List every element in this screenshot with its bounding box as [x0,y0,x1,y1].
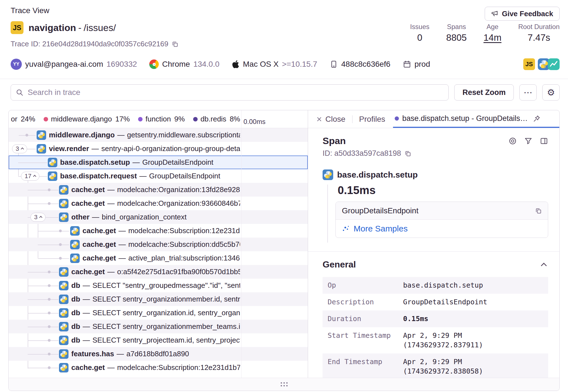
stat-spans: Spans 8805 [446,23,467,43]
span-tree: middleware.django—getsentry.middleware.s… [9,128,308,378]
tree-node-dot [48,366,51,369]
expand-badge[interactable]: 17 [21,172,39,181]
tab-profiles[interactable]: Profiles [359,115,385,124]
settings-button[interactable]: ⚙ [542,84,560,101]
reset-zoom-button[interactable]: Reset Zoom [454,84,514,101]
user-email: yuval@pangea-ai.com [25,60,103,69]
drawer-resize-bar [9,378,559,391]
span-actions [508,137,548,145]
span-row[interactable]: cache.get—modelcache:Organization:936608… [9,197,308,210]
filter-funnel-icon[interactable] [524,137,532,145]
avatar: YY [11,59,22,70]
python-icon [37,144,46,154]
span-row[interactable]: db—SELECT sentry_organization.id, sentry… [9,306,308,320]
samples-scatter-icon [342,225,350,233]
span-detail-body: Span [308,128,559,378]
chevron-up-icon [33,175,36,178]
section-divider [308,251,559,252]
tree-node-dot [25,134,28,137]
python-icon [59,295,68,304]
apple-icon [232,60,240,69]
span-row[interactable]: middleware.django—getsentry.middleware.s… [9,128,308,142]
span-description-card: GroupDetailsEndpoint More Samples [335,202,548,238]
table-row: Start Timestamp Apr 2, 9:29 PM(174362937… [323,327,548,353]
chrome-icon [149,59,159,69]
span-row[interactable]: cache.get—modelcache:Subscription:12e231… [9,224,308,238]
tab-divider [352,115,352,123]
python-icon [323,169,333,180]
tree-node-dot [48,202,51,205]
expand-badge[interactable]: 3 [30,213,46,222]
trace-stats: Issues 0 Spans 8805 Age 14m Root Duratio… [410,23,560,43]
span-row[interactable]: 17 base.dispatch.request—GroupDetailsEnd… [9,169,308,183]
span-row[interactable]: features.has—a7d618b8df01a890 [9,347,308,361]
general-table: Op base.dispatch.setup Description Group… [323,277,548,378]
copy-icon[interactable] [535,207,542,214]
more-samples-link[interactable]: More Samples [354,224,408,233]
stat-age: Age 14m [484,23,501,43]
legend-item[interactable]: or 24% [11,115,35,123]
focus-target-icon[interactable] [508,137,517,145]
drag-handle[interactable] [281,382,288,386]
platform-icons: JS [523,58,560,70]
span-row[interactable]: cache.get—active_plan_trial:subscription… [9,251,308,265]
tree-node-dot [48,298,51,301]
header-divider [0,79,568,79]
collapse-chevron-icon[interactable] [541,263,547,269]
close-drawer-button[interactable]: Close [316,115,345,124]
span-row[interactable]: 3 view.render—sentry-api-0-organization-… [9,142,308,156]
gear-icon: ⚙ [547,88,555,97]
tree-node-dot [48,339,51,342]
span-row-selected[interactable]: base.dispatch.setup—GroupDetailsEndpoint [9,156,308,169]
copy-icon[interactable] [404,150,411,157]
span-row[interactable]: 3 other—bind_organization_context [9,210,308,224]
span-row[interactable]: db—SELECT "sentry_groupedmessage"."id", … [9,279,308,292]
ops-breakdown-header: or 24% middleware.django 17% function 9% [9,110,308,128]
legend-item[interactable]: db.redis 8% [193,115,240,123]
span-description: GroupDetailsEndpoint [342,206,418,215]
tree-node-dot [48,312,51,314]
span-row[interactable]: db—SELECT sentry_projectteam.id, sentry_… [9,333,308,347]
search-input[interactable] [11,84,449,101]
tab-span-details[interactable]: base.dispatch.setup - GroupDetails… [393,110,559,128]
table-row: Description GroupDetailsEndpoint [323,294,548,310]
python-icon [37,130,46,140]
expand-badge[interactable]: 3 [12,144,27,153]
copy-icon[interactable] [172,41,178,47]
javascript-platform-badge: JS [11,21,23,34]
device-icon [330,60,338,68]
general-section-heading: General [323,259,356,270]
table-row: End Timestamp Apr 2, 9:29 PM(1743629372.… [323,353,548,378]
detail-tab-bar: Close Profiles base.dispatch.setup - Gro… [308,110,559,128]
legend-dot [44,117,48,121]
stat-root-duration: Root Duration 7.47s [518,23,560,43]
span-row[interactable]: cache.get—modelcache:Subscription:dd5c5b… [9,238,308,251]
stat-issues: Issues 0 [410,23,429,43]
tree-node-dot [59,243,62,246]
span-row[interactable]: cache.get—modelcache:Organization:13fd28… [9,183,308,197]
give-feedback-button[interactable]: Give Feedback [485,7,560,21]
legend-item[interactable]: function 9% [138,115,185,123]
span-row[interactable]: db—SELECT sentry_organizationmember_team… [9,320,308,333]
python-icon [70,254,80,263]
tree-node-dot [59,230,62,232]
python-icon [59,322,68,331]
tree-node-dot [59,257,62,260]
ops-legend: or 24% middleware.django 17% function 9% [9,115,240,123]
span-row[interactable]: cache.get—o:a5f42e275d1ac91fba90f0b570d1… [9,265,308,279]
span-heading: Span [323,135,346,146]
table-row: Duration 0.15ms [323,310,548,327]
overflow-menu-button[interactable]: ⋯ [519,84,537,101]
span-summary: base.dispatch.setup 0.15ms GroupDetailsE… [323,169,548,238]
span-row[interactable]: cache.get—modelcache:Subscription:12e231… [9,361,308,374]
python-icon [48,158,57,167]
tree-node-dot [48,353,51,355]
waterfall-divider[interactable] [241,110,242,378]
user-id: 1690332 [106,60,137,69]
span-row[interactable]: db—SELECT sentry_organizationmember.id, … [9,292,308,306]
legend-item[interactable]: middleware.django 17% [44,115,130,123]
transaction-title: navigation-/issues/ [29,22,116,33]
sidebar-layout-icon[interactable] [540,137,548,145]
legend-dot [193,117,198,121]
pin-icon[interactable] [533,115,541,123]
